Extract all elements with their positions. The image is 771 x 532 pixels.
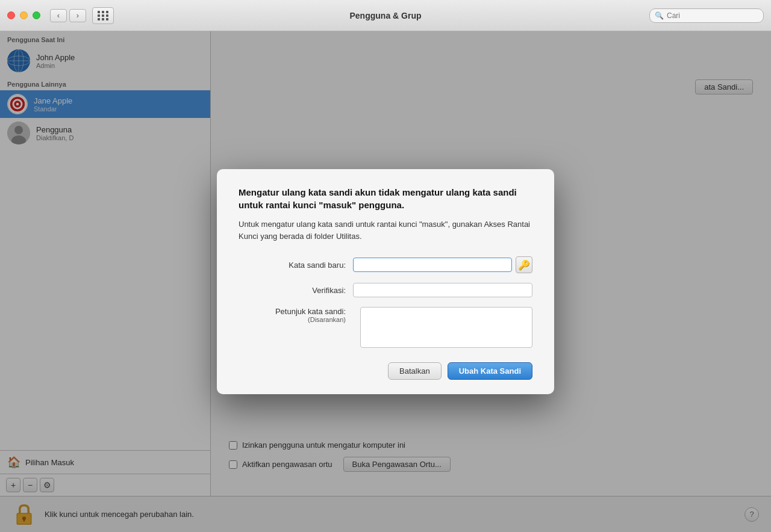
cancel-button[interactable]: Batalkan (388, 362, 442, 380)
hint-row: Petunjuk kata sandi: (Disarankan) (239, 307, 532, 348)
traffic-lights (7, 11, 40, 19)
search-box[interactable]: 🔍 (649, 8, 764, 23)
change-password-modal: Mengatur ulang kata sandi akun tidak men… (217, 169, 554, 394)
key-button[interactable]: 🔑 (516, 256, 532, 273)
titlebar: ‹ › Pengguna & Grup 🔍 (0, 0, 771, 31)
grid-view-button[interactable] (92, 7, 114, 24)
verify-label: Verifikasi: (239, 286, 353, 295)
minimize-button[interactable] (20, 11, 28, 19)
grid-icon (98, 11, 109, 20)
modal-overlay: Mengatur ulang kata sandi akun tidak men… (0, 31, 771, 532)
hint-sub-label: (Disarankan) (239, 316, 346, 323)
hint-label-group: Petunjuk kata sandi: (Disarankan) (239, 307, 353, 323)
window-title: Pengguna & Grup (350, 11, 422, 20)
search-input[interactable] (667, 11, 758, 20)
modal-subtitle: Untuk mengatur ulang kata sandi untuk ra… (239, 218, 532, 242)
modal-actions: Batalkan Ubah Kata Sandi (239, 362, 532, 380)
nav-buttons: ‹ › (50, 9, 86, 22)
hint-textarea[interactable] (360, 307, 532, 348)
modal-title: Mengatur ulang kata sandi akun tidak men… (239, 186, 532, 211)
verify-row: Verifikasi: (239, 283, 532, 297)
back-button[interactable]: ‹ (50, 9, 67, 22)
confirm-button[interactable]: Ubah Kata Sandi (448, 362, 532, 380)
new-password-input[interactable] (353, 258, 512, 272)
maximize-button[interactable] (33, 11, 40, 19)
close-button[interactable] (7, 11, 15, 19)
search-icon: 🔍 (655, 11, 664, 20)
verify-input[interactable] (353, 283, 532, 297)
hint-label: Petunjuk kata sandi: (239, 307, 346, 316)
new-password-label: Kata sandi baru: (239, 261, 353, 270)
new-password-row: Kata sandi baru: 🔑 (239, 256, 532, 273)
forward-button[interactable]: › (69, 9, 86, 22)
